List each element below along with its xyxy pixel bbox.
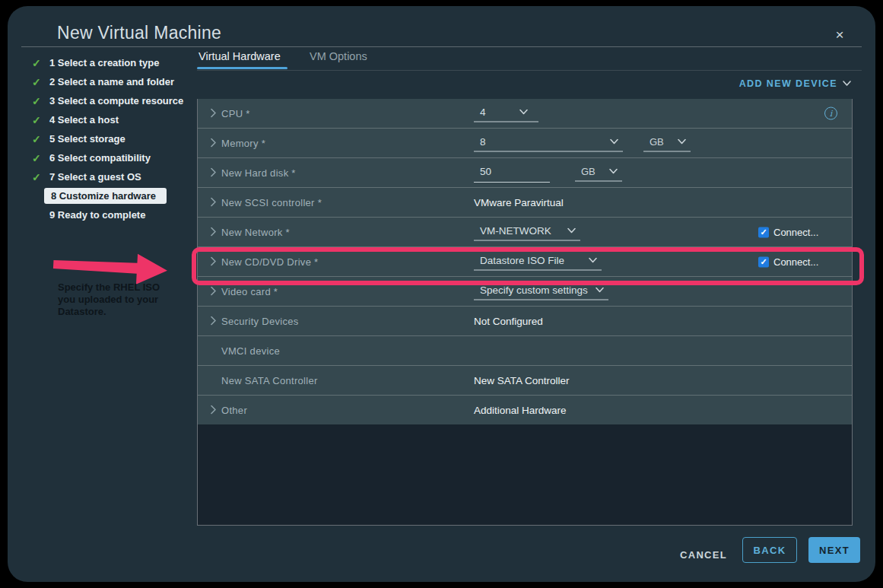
row-new-hard-disk: New Hard disk * 50 GB [198, 157, 852, 187]
step-select-creation-type[interactable]: ✓ 1 Select a creation type [32, 53, 193, 72]
row-label: Other [221, 405, 247, 416]
annotation-note: Specify the RHEL ISO you uploaded to you… [58, 281, 179, 318]
wizard-steps: ✓ 1 Select a creation type ✓ 2 Select a … [32, 53, 193, 224]
cd-dvd-connect-checkbox[interactable]: ✓ Connect... [758, 256, 818, 268]
network-connect-checkbox[interactable]: ✓ Connect... [758, 227, 818, 238]
step-label: 3 Select a compute resource [49, 95, 183, 106]
chevron-right-icon[interactable] [211, 287, 217, 297]
chevron-down-icon [843, 81, 851, 87]
step-label: 6 Select compatibility [49, 152, 151, 164]
hard-disk-size-input[interactable]: 50 [474, 163, 550, 183]
chevron-right-icon[interactable] [211, 138, 217, 148]
memory-unit-value: GB [650, 136, 664, 148]
step-select-compute-resource[interactable]: ✓ 3 Select a compute resource [32, 91, 193, 110]
title-divider [21, 46, 862, 47]
info-icon[interactable]: i [824, 107, 837, 120]
check-icon: ✓ [32, 76, 43, 88]
cpu-count-select[interactable]: 4 [474, 105, 538, 122]
chevron-right-icon[interactable] [211, 109, 217, 119]
connect-label: Connect... [773, 227, 818, 238]
chevron-right-icon[interactable] [211, 227, 217, 237]
video-card-select[interactable]: Specify custom settings [474, 283, 608, 300]
next-button[interactable]: NEXT [808, 537, 860, 563]
checkbox-checked-icon: ✓ [758, 227, 769, 237]
chevron-right-icon[interactable] [211, 168, 217, 178]
check-icon: ✓ [32, 95, 43, 107]
step-label: 9 Ready to complete [49, 209, 145, 221]
step-select-guest-os[interactable]: ✓ 7 Select a guest OS [32, 167, 193, 186]
step-select-compatibility[interactable]: ✓ 6 Select compatibility [32, 148, 193, 167]
step-label-active: 8 Customize hardware [44, 188, 167, 204]
memory-size-input[interactable]: 8 [474, 135, 623, 152]
hard-disk-unit-select[interactable]: GB [575, 164, 622, 182]
step-label: 7 Select a guest OS [49, 171, 141, 183]
cancel-button[interactable]: CANCEL [671, 542, 736, 568]
step-label: 4 Select a host [49, 114, 119, 126]
row-label: CPU * [221, 108, 250, 119]
chevron-right-icon[interactable] [211, 257, 217, 267]
chevron-down-icon [596, 287, 604, 293]
hard-disk-size-value: 50 [480, 166, 491, 177]
chevron-right-icon[interactable] [211, 405, 217, 415]
row-memory: Memory * 8 GB [198, 128, 852, 157]
chevron-down-icon [567, 227, 576, 234]
virtual-hardware-table: CPU * 4 i Memory * 8 GB [197, 99, 853, 526]
add-new-device-label: ADD NEW DEVICE [739, 78, 837, 89]
video-card-value: Specify custom settings [480, 284, 588, 296]
tab-vm-options[interactable]: VM Options [310, 50, 367, 68]
network-value: VM-NETWORK [480, 225, 551, 237]
step-select-name-folder[interactable]: ✓ 2 Select a name and folder [32, 72, 193, 91]
other-value: Additional Hardware [474, 405, 567, 416]
sata-controller-value: New SATA Controller [474, 375, 570, 386]
cpu-count-value: 4 [480, 106, 486, 118]
add-new-device-button[interactable]: ADD NEW DEVICE [739, 78, 851, 89]
row-vmci-device: VMCI device [198, 335, 852, 365]
memory-unit-select[interactable]: GB [643, 135, 691, 152]
check-icon: ✓ [32, 133, 43, 145]
row-label: Security Devices [221, 316, 299, 327]
hard-disk-unit-value: GB [581, 166, 596, 177]
close-icon[interactable]: × [831, 26, 849, 44]
security-devices-value: Not Configured [474, 316, 543, 327]
new-virtual-machine-dialog: New Virtual Machine × ✓ 1 Select a creat… [8, 6, 875, 582]
chevron-down-icon [519, 109, 528, 115]
step-customize-hardware[interactable]: ✓ 8 Customize hardware [32, 186, 193, 205]
row-new-scsi-controller: New SCSI controller * VMware Paravirtual [198, 187, 852, 217]
row-other: Other Additional Hardware [198, 395, 852, 424]
row-label: VMCI device [221, 345, 280, 357]
row-new-cd-dvd-drive: New CD/DVD Drive * Datastore ISO File ✓ … [198, 246, 852, 276]
chevron-right-icon[interactable] [211, 198, 217, 208]
check-icon: ✓ [32, 152, 43, 164]
check-icon: ✓ [32, 171, 43, 183]
chevron-down-icon [589, 257, 597, 263]
row-label: Video card * [221, 286, 278, 297]
step-label: 1 Select a creation type [49, 57, 160, 68]
cd-dvd-media-select[interactable]: Datastore ISO File [474, 253, 602, 271]
chevron-right-icon[interactable] [211, 316, 217, 326]
step-label: 5 Select storage [49, 133, 125, 145]
chevron-down-icon [678, 138, 686, 145]
dialog-title: New Virtual Machine [57, 23, 221, 43]
checkbox-checked-icon: ✓ [758, 256, 769, 267]
scsi-controller-value: VMware Paravirtual [474, 197, 564, 208]
connect-label: Connect... [773, 256, 818, 268]
chevron-down-icon [610, 138, 618, 145]
row-new-network: New Network * VM-NETWORK ✓ Connect... [198, 217, 852, 246]
row-label: New SCSI controller * [221, 197, 322, 208]
step-ready-to-complete[interactable]: ✓ 9 Ready to complete [32, 205, 193, 224]
network-select[interactable]: VM-NETWORK [474, 224, 580, 241]
step-select-storage[interactable]: ✓ 5 Select storage [32, 129, 193, 148]
row-label: New CD/DVD Drive * [221, 256, 318, 268]
active-tab-underline [197, 67, 287, 69]
step-select-host[interactable]: ✓ 4 Select a host [32, 110, 193, 129]
check-icon: ✓ [32, 114, 43, 126]
row-label: New Network * [221, 227, 290, 238]
tab-bar-divider [197, 70, 862, 71]
row-label: Memory * [221, 138, 265, 149]
row-security-devices: Security Devices Not Configured [198, 306, 852, 335]
row-label: New SATA Controller [221, 375, 318, 386]
tab-virtual-hardware[interactable]: Virtual Hardware [199, 50, 281, 68]
chevron-down-icon [609, 168, 618, 174]
back-button[interactable]: BACK [742, 537, 797, 563]
row-new-sata-controller: New SATA Controller New SATA Controller [198, 365, 852, 395]
